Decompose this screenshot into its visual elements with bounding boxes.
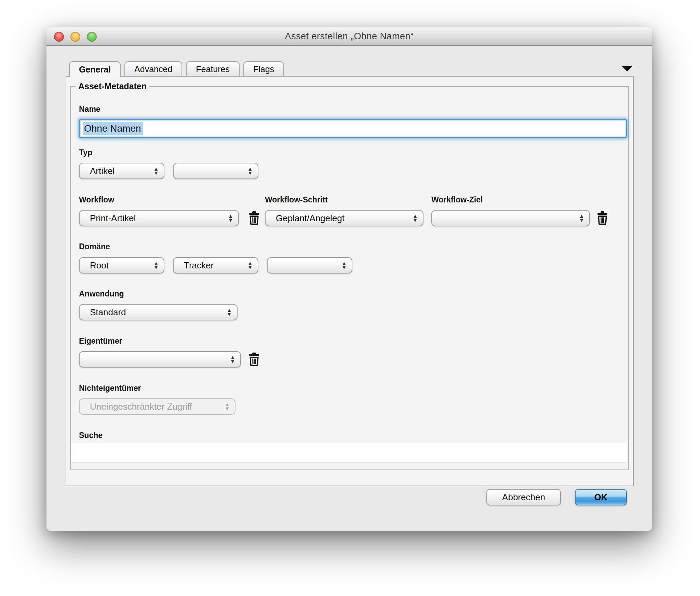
workflow-ziel-trash-button[interactable]	[597, 211, 608, 225]
typ-label: Typ	[79, 148, 92, 157]
eigentuemer-dropdown[interactable]: ▲▼	[79, 351, 241, 368]
stepper-arrows-icon: ▲▼	[230, 355, 235, 363]
nichteigentuemer-label: Nichteigentümer	[79, 384, 141, 393]
stepper-arrows-icon: ▲▼	[153, 167, 159, 175]
anwendung-value: Standard	[90, 307, 126, 318]
eigentuemer-trash-button[interactable]	[249, 352, 259, 366]
stepper-arrows-icon: ▲▼	[341, 261, 347, 269]
trash-icon	[249, 211, 259, 225]
stepper-arrows-icon: ▲▼	[247, 167, 253, 175]
tab-general[interactable]: General	[69, 61, 121, 77]
tab-flags[interactable]: Flags	[243, 61, 284, 77]
workflow-dropdown[interactable]: Print-Artikel ▲▼	[79, 210, 239, 226]
workflow-schritt-value: Geplant/Angelegt	[276, 213, 345, 224]
traffic-lights	[54, 32, 97, 42]
stepper-arrows-icon: ▲▼	[227, 308, 232, 316]
workflow-schritt-dropdown[interactable]: Geplant/Angelegt ▲▼	[265, 210, 423, 226]
stepper-arrows-icon: ▲▼	[247, 261, 253, 269]
workflow-ziel-label: Workflow-Ziel	[431, 195, 483, 204]
suche-input[interactable]	[71, 443, 627, 463]
minimize-button[interactable]	[70, 32, 80, 42]
tab-panel-general: Asset-Metadaten Name Ohne Namen Typ Arti…	[66, 76, 634, 486]
domaene-first-dropdown[interactable]: Root ▲▼	[79, 257, 164, 274]
anwendung-label: Anwendung	[79, 289, 124, 299]
name-label: Name	[79, 105, 100, 114]
workflow-schritt-label: Workflow-Schritt	[265, 195, 328, 204]
chevron-down-icon[interactable]	[621, 66, 633, 71]
close-button[interactable]	[54, 32, 64, 42]
tab-bar: General Advanced Features Flags	[69, 61, 284, 77]
stepper-arrows-icon: ▲▼	[228, 214, 233, 222]
nichteigentuemer-value: Uneingeschränkter Zugriff	[90, 401, 192, 412]
workflow-value: Print-Artikel	[90, 213, 136, 224]
tab-advanced[interactable]: Advanced	[124, 61, 182, 77]
stepper-arrows-icon: ▲▼	[413, 214, 418, 222]
typ-primary-dropdown[interactable]: Artikel ▲▼	[79, 163, 164, 179]
domaene-first-value: Root	[90, 260, 109, 271]
eigentuemer-label: Eigentümer	[79, 336, 122, 346]
window-title: Asset erstellen „Ohne Namen“	[285, 31, 414, 42]
domaene-label: Domäne	[79, 242, 110, 251]
workflow-ziel-dropdown[interactable]: ▲▼	[431, 210, 590, 226]
groupbox-title: Asset-Metadaten	[76, 81, 149, 91]
anwendung-dropdown[interactable]: Standard ▲▼	[79, 304, 238, 320]
workflow-trash-button[interactable]	[249, 211, 259, 225]
dialog-window: Asset erstellen „Ohne Namen“ General Adv…	[46, 27, 652, 531]
trash-icon	[597, 211, 608, 225]
nichteigentuemer-dropdown: Uneingeschränkter Zugriff ▲▼	[79, 398, 235, 415]
stepper-arrows-icon: ▲▼	[153, 261, 159, 269]
titlebar[interactable]: Asset erstellen „Ohne Namen“	[46, 27, 652, 46]
stepper-arrows-icon: ▲▼	[225, 402, 230, 411]
ok-button[interactable]: OK	[575, 489, 627, 505]
tab-features[interactable]: Features	[186, 61, 240, 77]
stepper-arrows-icon: ▲▼	[579, 214, 584, 222]
cancel-button[interactable]: Abbrechen	[486, 489, 561, 505]
domaene-second-dropdown[interactable]: Tracker ▲▼	[173, 257, 258, 274]
asset-metadata-groupbox: Asset-Metadaten Name Ohne Namen Typ Arti…	[70, 86, 629, 470]
typ-primary-value: Artikel	[90, 166, 115, 176]
typ-secondary-dropdown[interactable]: ▲▼	[173, 163, 258, 179]
name-input-selected-text: Ohne Namen	[83, 122, 143, 135]
suche-label: Suche	[79, 431, 103, 440]
zoom-button[interactable]	[87, 32, 97, 42]
workflow-label: Workflow	[79, 195, 114, 204]
trash-icon	[249, 352, 259, 366]
name-input[interactable]: Ohne Namen	[79, 119, 627, 138]
domaene-second-value: Tracker	[184, 260, 214, 271]
domaene-third-dropdown[interactable]: ▲▼	[267, 257, 352, 274]
